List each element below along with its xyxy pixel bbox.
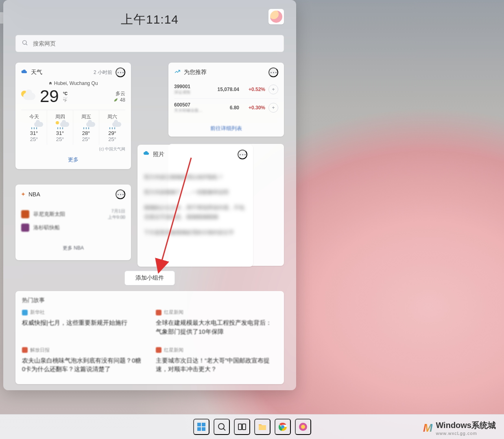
card-head: 照片	[143, 150, 247, 159]
watchlist-more-button[interactable]	[268, 67, 278, 77]
forecast-row: 今天31°25°周四31°25°周五28°25°周六29°25°	[21, 110, 125, 145]
search-bar[interactable]	[15, 35, 284, 52]
source-badge-icon	[156, 347, 161, 353]
search-icon	[22, 39, 28, 48]
news-item[interactable]: 红星新闻全球在建规模最大水电工程投产发电背后：气象部门提供了10年保障	[156, 309, 277, 336]
add-stock-button[interactable]: +	[268, 103, 278, 113]
svg-point-7	[218, 424, 224, 429]
taskbar-search-button[interactable]	[214, 419, 230, 435]
search-input[interactable]	[32, 40, 278, 47]
weather-now-row: 29 °C °F 多云 48	[21, 88, 125, 105]
forecast-day[interactable]: 周六29°25°	[99, 110, 125, 145]
weather-title: 天气	[31, 69, 90, 76]
add-widget-button[interactable]: 添加小组件	[124, 271, 175, 285]
forecast-day[interactable]: 周四31°25°	[47, 110, 73, 145]
photos-more-button[interactable]	[238, 150, 247, 159]
source-badge-icon	[22, 310, 28, 315]
svg-point-12	[281, 425, 284, 428]
forecast-day[interactable]: 今天31°25°	[21, 110, 47, 145]
svg-point-0	[23, 41, 26, 44]
team-logo-icon	[21, 224, 29, 232]
svg-rect-5	[197, 427, 201, 431]
feed-title: 热门故事	[22, 297, 277, 304]
card-head: ✦ NBA	[21, 189, 125, 199]
watchlist-card[interactable]: 为您推荐 399001深证成指15,078.04+0.52%+600507方大特…	[168, 63, 284, 137]
weather-more-button[interactable]	[116, 67, 125, 77]
home-icon	[48, 80, 52, 86]
team-logo-icon	[21, 210, 29, 218]
source-badge-icon	[156, 310, 161, 315]
news-item[interactable]: 解放日报农夫山泉白桃味气泡水到底有没有问题？0糖0卡为什么还翻车？这篇说清楚了	[22, 347, 144, 374]
card-head: 天气 2 小时前	[21, 67, 125, 77]
taskbar: M Windows系统城 www.wxcLgg.com	[0, 414, 504, 439]
partly-cloudy-icon	[21, 89, 36, 104]
stock-row[interactable]: 399001深证成指15,078.04+0.52%+	[174, 80, 278, 98]
weather-age: 2 小时前	[94, 69, 112, 76]
widgets-header: 上午11:14	[15, 7, 284, 32]
weather-credit: (c) 中国天气网	[21, 146, 125, 152]
svg-rect-10	[242, 424, 246, 430]
chart-icon	[174, 68, 181, 76]
forecast-day[interactable]: 周五28°25°	[73, 110, 99, 145]
svg-rect-9	[238, 424, 242, 430]
photos-card[interactable]: 照片 照片内容已模糊处理以保护隐私？ 照片内容模糊了……一些图像和说明 模糊的占…	[137, 145, 253, 267]
stock-row[interactable]: 600507方大特钢业股…6.80+0.30%+	[174, 98, 278, 117]
source-badge-icon	[22, 347, 28, 353]
news-item[interactable]: 红星新闻主要城市次日达！“老大哥”中国邮政宣布提速，对顺丰冲击更大？	[156, 347, 277, 374]
app-button[interactable]	[295, 419, 311, 435]
nba-more-link[interactable]: 更多 NBA	[21, 245, 125, 252]
news-feed: 热门故事 新华社权威快报|七月，这些重要新规开始施行红星新闻全球在建规模最大水电…	[15, 291, 284, 384]
add-widget-row: 添加小组件	[15, 271, 284, 285]
photos-body: 照片内容已模糊处理以保护隐私？ 照片内容模糊了……一些图像和说明 模糊的占位文本…	[143, 163, 247, 247]
nba-team-row: 洛杉矶快船	[21, 222, 125, 233]
svg-rect-6	[202, 427, 205, 431]
nba-card[interactable]: ✦ NBA 菲尼克斯太阳 7月1日 上午9:00 洛杉矶快船 更	[15, 185, 131, 260]
svg-rect-3	[197, 423, 201, 426]
chrome-button[interactable]	[275, 419, 291, 435]
taskbar-center	[193, 419, 311, 435]
photos-icon	[143, 150, 150, 159]
current-temp: 29	[40, 88, 59, 105]
svg-point-14	[301, 425, 305, 429]
start-button[interactable]	[193, 419, 209, 435]
svg-rect-4	[202, 423, 205, 426]
widgets-panel: 上午11:14 天气 2 小时前 Hubei, Wuchang Qu	[3, 0, 296, 390]
news-item[interactable]: 新华社权威快报|七月，这些重要新规开始施行	[22, 309, 144, 336]
watermark-url: www.wxcLgg.com	[436, 431, 496, 436]
nba-schedule: 7月1日 上午9:00	[108, 208, 125, 220]
add-stock-button[interactable]: +	[268, 85, 278, 94]
weather-condition: 多云 48	[113, 90, 125, 103]
nba-team-row: 菲尼克斯太阳 7月1日 上午9:00	[21, 206, 125, 222]
profile-button[interactable]	[268, 9, 284, 24]
weather-location: Hubei, Wuchang Qu	[21, 80, 125, 86]
watchlist-title: 为您推荐	[184, 69, 265, 76]
watermark: M Windows系统城 www.wxcLgg.com	[423, 420, 496, 436]
nba-icon: ✦	[21, 191, 25, 197]
weather-card[interactable]: 天气 2 小时前 Hubei, Wuchang Qu 29 °C °F 多云 4…	[15, 63, 131, 169]
unit-toggle[interactable]: °C °F	[63, 91, 68, 103]
weather-more-link[interactable]: 更多	[21, 156, 125, 163]
file-explorer-button[interactable]	[254, 419, 271, 435]
stock-list: 399001深证成指15,078.04+0.52%+600507方大特钢业股…6…	[174, 80, 278, 117]
watermark-title: Windows系统城	[436, 420, 496, 431]
task-view-button[interactable]	[234, 419, 250, 435]
header-time: 上午11:14	[121, 11, 179, 28]
svg-line-8	[223, 428, 225, 430]
leaf-icon	[113, 97, 118, 103]
nba-title: NBA	[28, 191, 112, 198]
photos-title: 照片	[153, 151, 234, 158]
nba-more-button[interactable]	[116, 189, 125, 199]
weather-icon	[21, 68, 28, 76]
svg-line-1	[26, 44, 27, 45]
avatar-icon	[270, 11, 282, 23]
watchlist-link[interactable]: 前往详细列表	[174, 125, 278, 132]
watermark-logo-icon: M	[423, 422, 432, 435]
card-head: 为您推荐	[174, 67, 278, 77]
